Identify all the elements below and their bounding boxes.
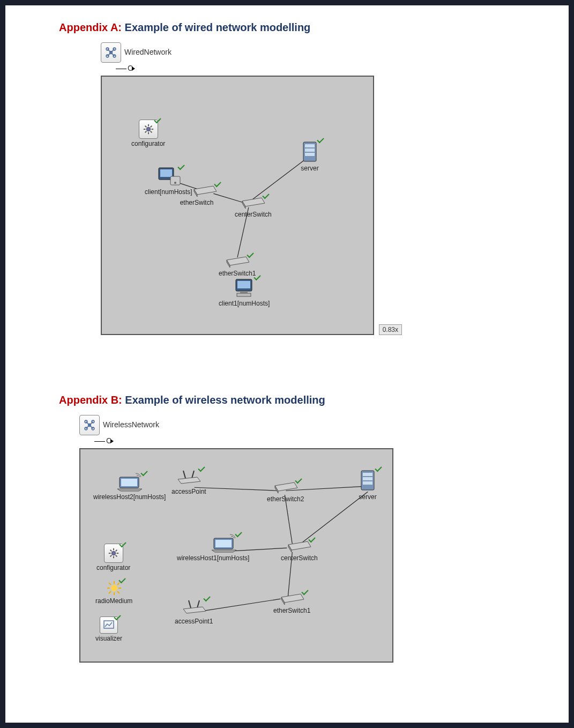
appendix-a-heading: Appendix A: Example of wired network mod… xyxy=(59,21,569,34)
svg-line-20 xyxy=(145,131,146,133)
checkmark-icon xyxy=(198,466,204,472)
node-accesspoint[interactable]: accessPoint xyxy=(172,469,206,495)
svg-point-25 xyxy=(174,182,176,184)
node-label: radioMedium xyxy=(95,597,132,605)
svg-line-74 xyxy=(115,555,117,557)
node-etherswitch2[interactable]: etherSwitch2 xyxy=(267,480,304,503)
svg-line-19 xyxy=(150,131,152,133)
svg-marker-26 xyxy=(194,186,217,195)
svg-line-5 xyxy=(108,49,111,53)
page: Appendix A: Example of wired network mod… xyxy=(5,5,569,723)
node-accesspoint1[interactable]: accessPoint1 xyxy=(175,598,213,625)
appendix-a-title: Example of wired network modelling xyxy=(125,21,311,33)
svg-marker-28 xyxy=(242,198,265,206)
node-label: centerSwitch xyxy=(235,211,272,218)
node-label: server xyxy=(301,165,318,172)
appendix-b-canvas[interactable]: wirelessHost2[numHosts] accessPoint ethe… xyxy=(79,448,393,663)
node-client-numhosts[interactable]: client[numHosts] xyxy=(145,167,192,196)
svg-line-18 xyxy=(145,126,146,128)
svg-line-47 xyxy=(86,425,90,429)
appendix-a-canvas[interactable]: configurator client[numHosts] etherSwitc… xyxy=(101,76,374,335)
svg-line-7 xyxy=(108,53,111,56)
node-wirelesshost1[interactable]: wirelessHost1[numHosts] xyxy=(198,534,249,562)
node-label: etherSwitch1 xyxy=(273,607,310,614)
svg-rect-67 xyxy=(363,481,372,485)
checkmark-icon xyxy=(141,471,146,476)
svg-rect-39 xyxy=(237,293,251,296)
appendix-b-title: Example of wireless network modelling xyxy=(125,394,325,406)
svg-rect-78 xyxy=(215,540,232,547)
node-label: client[numHosts] xyxy=(145,188,192,196)
svg-line-48 xyxy=(90,425,93,429)
network-title: WirelessNetwork xyxy=(103,420,159,429)
svg-point-13 xyxy=(146,127,150,131)
node-label: client1[numHosts] xyxy=(219,300,270,307)
network-icon xyxy=(79,415,100,435)
svg-marker-58 xyxy=(117,489,142,491)
node-etherswitch1[interactable]: etherSwitch1 xyxy=(219,255,256,277)
node-etherswitch1-b[interactable]: etherSwitch1 xyxy=(273,592,310,614)
network-title: WiredNetwork xyxy=(124,48,172,56)
checkmark-icon xyxy=(114,615,120,620)
checkmark-icon xyxy=(263,194,268,199)
svg-line-91 xyxy=(189,600,191,608)
checkmark-icon xyxy=(214,182,220,187)
svg-line-45 xyxy=(86,422,90,426)
node-label: accessPoint1 xyxy=(175,618,213,625)
node-centerswitch-b[interactable]: centerSwitch xyxy=(281,539,318,562)
zoom-level-badge: 0.83x xyxy=(379,324,402,335)
checkmark-icon xyxy=(317,138,323,143)
checkmark-icon xyxy=(309,537,314,543)
node-server[interactable]: server xyxy=(299,140,320,172)
network-icon xyxy=(101,42,121,63)
svg-rect-57 xyxy=(121,479,137,486)
node-radiomedium[interactable]: radioMedium xyxy=(95,580,132,605)
svg-rect-37 xyxy=(237,281,250,288)
svg-line-49 xyxy=(195,487,278,491)
node-label: configurator xyxy=(131,140,165,147)
checkmark-icon xyxy=(375,466,381,472)
svg-line-46 xyxy=(90,422,93,426)
svg-line-89 xyxy=(109,591,111,593)
node-label: configurator xyxy=(96,564,130,571)
node-label: etherSwitch2 xyxy=(267,495,304,503)
node-label: server xyxy=(359,493,376,501)
node-etherswitch[interactable]: etherSwitch xyxy=(192,184,218,206)
svg-rect-38 xyxy=(240,291,248,293)
checkmark-icon xyxy=(254,275,259,280)
c-arrow-label: C xyxy=(116,64,137,72)
svg-point-68 xyxy=(111,551,115,555)
c-arrow-label: C xyxy=(94,436,116,445)
node-visualizer[interactable]: visualizer xyxy=(95,616,122,642)
node-server-b[interactable]: server xyxy=(357,469,378,501)
svg-rect-31 xyxy=(305,144,315,147)
checkmark-icon xyxy=(295,478,301,484)
checkmark-icon xyxy=(235,532,241,537)
svg-line-75 xyxy=(110,555,111,557)
appendix-b-prefix: Appendix B: xyxy=(59,394,125,406)
svg-rect-66 xyxy=(363,477,372,480)
appendix-a-diagram: WiredNetwork C configurator xyxy=(75,40,569,351)
node-label: etherSwitch xyxy=(180,199,214,206)
svg-marker-80 xyxy=(288,541,311,550)
checkmark-icon xyxy=(154,118,160,123)
node-label: accessPoint xyxy=(172,488,206,495)
appendix-b-diagram: WirelessNetwork C xyxy=(75,413,569,692)
node-label: visualizer xyxy=(95,635,122,642)
svg-rect-96 xyxy=(104,621,114,628)
node-wirelesshost2[interactable]: wirelessHost2[numHosts] xyxy=(93,473,166,501)
node-centerswitch[interactable]: centerSwitch xyxy=(235,196,272,218)
svg-line-21 xyxy=(150,126,152,128)
svg-line-60 xyxy=(192,471,194,478)
appendix-a-prefix: Appendix A: xyxy=(59,21,125,33)
svg-marker-94 xyxy=(281,594,304,603)
node-configurator-b[interactable]: configurator xyxy=(96,544,130,571)
node-label: wirelessHost1[numHosts] xyxy=(177,554,249,562)
node-configurator[interactable]: configurator xyxy=(131,120,165,147)
node-client1-numhosts[interactable]: client1[numHosts] xyxy=(219,277,270,307)
svg-line-88 xyxy=(117,591,120,593)
svg-rect-33 xyxy=(305,153,315,156)
checkmark-icon xyxy=(302,590,307,595)
svg-rect-32 xyxy=(305,148,315,152)
svg-point-82 xyxy=(111,585,117,591)
